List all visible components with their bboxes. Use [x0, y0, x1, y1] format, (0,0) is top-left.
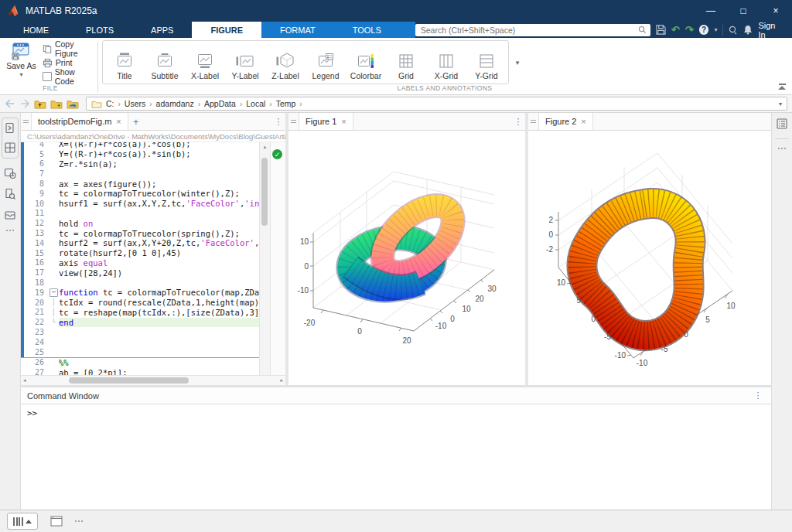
details-panel-toggle-button[interactable]	[7, 513, 38, 530]
ribbon-tab-home[interactable]: HOME	[5, 22, 67, 38]
ribbon-tab-tools[interactable]: TOOLS	[334, 22, 400, 38]
breadcrumb-item[interactable]: Local	[246, 99, 265, 108]
property-inspector-icon[interactable]	[776, 118, 788, 130]
scroll-left-icon[interactable]: ◂	[23, 376, 26, 385]
copy-figure-button[interactable]: Copy Figure	[43, 43, 96, 55]
figure1-plot[interactable]: 10 0 -10 -20 0 20 -10 0 10 20 30	[288, 131, 525, 385]
editor-horizontal-scrollbar[interactable]: ◂ ▸	[21, 375, 285, 385]
figure2-plot[interactable]: 2 0 -2 10 5 0 -5 -10 -10 -5 0	[528, 131, 771, 385]
code-line[interactable]: 26%%	[21, 357, 259, 368]
editor-vertical-scrollbar[interactable]: ▴	[259, 142, 270, 375]
ribbon-button-zlabel[interactable]: Z-Label	[265, 42, 306, 83]
help-icon[interactable]: ?	[699, 25, 709, 35]
code-line[interactable]: 13tc = colormapToTruecolor(spring(),Z);	[21, 228, 259, 238]
fold-collapse-icon[interactable]: −	[50, 288, 58, 297]
ribbon-button-ygrid[interactable]: Y-Grid	[466, 42, 507, 83]
new-tab-button[interactable]: +	[128, 113, 144, 130]
scrollbar-thumb[interactable]	[261, 158, 268, 226]
new-folder-button[interactable]	[50, 99, 63, 109]
ribbon-button-grid[interactable]: Grid	[386, 42, 426, 83]
command-prompt[interactable]: >>	[21, 404, 771, 510]
code-line[interactable]: 23	[21, 327, 259, 337]
statusbar-more-icon[interactable]	[75, 520, 83, 522]
code-line[interactable]: 12hold on	[21, 218, 259, 228]
ribbon-button-xlabel[interactable]: X-Label	[185, 42, 225, 83]
figure1-panel-menu-icon[interactable]: ⋮	[511, 113, 525, 130]
notifications-bell-icon[interactable]	[743, 25, 753, 35]
ribbon-button-colorbar[interactable]: Colorbar	[346, 42, 386, 83]
scrollbar-thumb[interactable]	[69, 377, 189, 384]
code-line[interactable]: 19−function tc = colormapToTruecolor(map…	[21, 288, 259, 298]
command-window-menu-icon[interactable]: ⋮	[751, 390, 765, 401]
scroll-right-icon[interactable]: ▸	[280, 376, 283, 385]
code-line[interactable]: 9tc = colormapToTruecolor(winter(),Z);	[21, 189, 259, 199]
code-line[interactable]: 24	[21, 337, 259, 347]
breadcrumb-item[interactable]: C:	[106, 99, 114, 108]
panel-grip-icon[interactable]	[21, 113, 31, 130]
save-icon[interactable]	[656, 25, 666, 35]
figure2-tab[interactable]: Figure 2 ×	[538, 113, 593, 130]
help-caret-icon[interactable]: ▾	[714, 26, 717, 33]
up-one-level-folder-button[interactable]	[34, 99, 46, 109]
code-line[interactable]: 14hsurf2 = surf(ax,X,Y+20,Z,tc,'FaceColo…	[21, 238, 259, 248]
code-analyzer-check-icon[interactable]: ✓	[272, 149, 282, 159]
code-line[interactable]: 20│tcIdx = round(rescale(ZData,1,height(…	[21, 298, 259, 308]
minimize-button[interactable]: —	[695, 0, 727, 22]
code-line[interactable]: 15rotate(hsurf2,[0 1 0],45)	[21, 248, 259, 258]
ribbon-button-legend[interactable]: Legend	[306, 42, 346, 83]
forward-button[interactable]	[19, 99, 30, 108]
code-line[interactable]: 21│tc = reshape(map(tcIdx,:),[size(ZData…	[21, 308, 259, 318]
save-as-button[interactable]: Save As ▾	[5, 42, 38, 78]
annotations-overflow-caret-icon[interactable]: ▾	[511, 40, 524, 84]
code-line[interactable]: 18	[21, 278, 259, 288]
editor-tab[interactable]: toolstripDemoFig.m ×	[31, 113, 128, 130]
sidebar-more-icon[interactable]	[6, 230, 14, 231]
panel-grip-icon[interactable]	[288, 113, 299, 130]
panel-grip-icon[interactable]	[528, 113, 538, 130]
code-line[interactable]: 5Y=((R-r)+r*cos(a)).*sin(b);	[21, 149, 259, 159]
recent-files-icon[interactable]	[4, 167, 16, 179]
breadcrumb[interactable]: C:›Users›adamdanz›AppData›Local›Temp› ▾	[86, 97, 787, 111]
code-line[interactable]: 4X=((R-r)+r*cos(a)).*cos(b);	[21, 142, 259, 149]
ribbon-tab-format[interactable]: FORMAT	[261, 22, 334, 38]
code-line[interactable]: 16axis equal	[21, 258, 259, 268]
community-icon[interactable]	[729, 26, 738, 35]
breadcrumb-item[interactable]: Temp	[276, 99, 296, 108]
code-line[interactable]: 11	[21, 209, 259, 219]
close-tab-icon[interactable]: ×	[581, 117, 585, 126]
code-line[interactable]: 10hsurf1 = surf(ax,X,Y,Z,tc,'FaceColor',…	[21, 199, 259, 209]
breadcrumb-item[interactable]: Users	[125, 99, 145, 108]
file-browser-icon[interactable]	[4, 122, 16, 135]
layout-panels-icon[interactable]	[4, 142, 16, 154]
ribbon-button-xgrid[interactable]: X-Grid	[426, 42, 466, 83]
undo-icon[interactable]: ↶	[671, 24, 680, 36]
ribbon-button-title[interactable]: Title	[104, 42, 145, 83]
sign-in-link[interactable]: Sign In	[758, 21, 784, 39]
code-line[interactable]: 8ax = axes(figure());	[21, 179, 259, 189]
ribbon-button-subtitle[interactable]: Subtitle	[145, 42, 185, 83]
ribbon-tab-apps[interactable]: APPS	[132, 22, 192, 38]
figure1-tab[interactable]: Figure 1 ×	[299, 113, 353, 130]
code-editor[interactable]: 4X=((R-r)+r*cos(a)).*cos(b);5Y=((R-r)+r*…	[21, 142, 259, 375]
search-input[interactable]	[419, 25, 638, 36]
breadcrumb-item[interactable]: AppData	[204, 99, 236, 108]
back-button[interactable]	[5, 99, 15, 108]
maximize-button[interactable]: □	[727, 0, 760, 22]
code-line[interactable]: 22└end	[21, 317, 259, 327]
close-tab-icon[interactable]: ×	[116, 117, 121, 126]
path-dropdown-caret-icon[interactable]: ▾	[779, 101, 782, 107]
browse-folder-button[interactable]	[67, 99, 79, 109]
code-line[interactable]: 17view([28,24])	[21, 268, 259, 278]
show-code-checkbox[interactable]: Show Code	[43, 70, 96, 83]
workspace-drawer-icon[interactable]	[4, 209, 16, 221]
sidebar-more-icon[interactable]	[778, 148, 786, 149]
close-button[interactable]: ×	[760, 0, 792, 22]
search-documents-icon[interactable]	[4, 188, 16, 200]
scroll-up-icon[interactable]: ▴	[260, 144, 270, 150]
ribbon-button-ylabel[interactable]: Y-Label	[225, 42, 265, 83]
code-line[interactable]: 7	[21, 169, 259, 179]
ribbon-tab-plots[interactable]: PLOTS	[67, 22, 132, 38]
ribbon-tab-figure[interactable]: FIGURE	[192, 22, 261, 38]
close-tab-icon[interactable]: ×	[341, 117, 346, 126]
editor-panel-menu-icon[interactable]: ⋮	[271, 113, 285, 130]
